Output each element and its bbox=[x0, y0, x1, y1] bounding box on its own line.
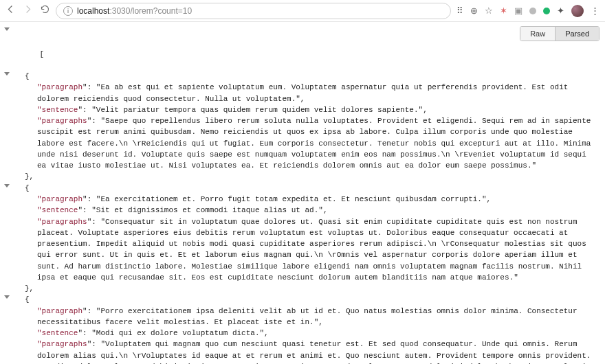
json-string-value: Porro exercitationem ipsa deleniti velit… bbox=[37, 307, 582, 326]
disclosure-triangle-icon[interactable] bbox=[4, 27, 10, 31]
object-close: }, bbox=[12, 171, 598, 182]
json-viewer: Raw Parsed [ {paragraphEa ab est qui et … bbox=[0, 22, 605, 364]
url-path: :3030/lorem?count=10 bbox=[109, 6, 192, 16]
json-property: paragraphsConsequatur sit in voluptatum … bbox=[12, 216, 598, 284]
disclosure-triangle-icon[interactable] bbox=[4, 295, 10, 299]
browser-toolbar: i localhost:3030/lorem?count=10 ⠿ ⊕ ☆ ✶ … bbox=[0, 0, 605, 22]
json-tree: [ {paragraphEa ab est qui et sapiente vo… bbox=[3, 26, 602, 364]
object-open[interactable]: { bbox=[12, 71, 598, 82]
json-string-value: Voluptatem qui magnam quo cum nesciunt q… bbox=[37, 340, 600, 364]
address-bar[interactable]: i localhost:3030/lorem?count=10 bbox=[56, 3, 451, 19]
json-property: paragraphsSaepe quo repellendus libero r… bbox=[12, 115, 598, 171]
json-string-value: Ea ab est qui et sapiente voluptatum eum… bbox=[37, 83, 573, 102]
json-key: paragraph bbox=[37, 195, 96, 203]
profile-avatar[interactable] bbox=[571, 5, 584, 17]
json-key: sentence bbox=[37, 206, 91, 214]
object-open[interactable]: { bbox=[12, 294, 598, 305]
json-key: paragraphs bbox=[37, 218, 100, 226]
json-property: sentenceSit et dignissimos et commodi it… bbox=[12, 205, 598, 216]
json-key: paragraph bbox=[37, 307, 96, 315]
array-open[interactable]: [ bbox=[12, 26, 598, 71]
json-property: paragraphPorro exercitationem ipsa delen… bbox=[12, 306, 598, 328]
json-key: paragraph bbox=[37, 83, 96, 91]
nav-buttons bbox=[6, 4, 50, 17]
json-key: sentence bbox=[37, 329, 91, 337]
json-property: sentenceModi qui ex dolore voluptatum di… bbox=[12, 328, 598, 339]
reload-button[interactable] bbox=[40, 4, 50, 17]
back-button[interactable] bbox=[6, 4, 16, 17]
disclosure-triangle-icon[interactable] bbox=[4, 72, 10, 76]
ext-icon-1[interactable]: ✶ bbox=[500, 5, 507, 16]
extension-icons: ⠿ ⊕ ☆ ✶ ▣ ✦ ⋮ bbox=[456, 5, 600, 17]
disclosure-triangle-icon[interactable] bbox=[4, 184, 10, 187]
extensions-icon[interactable]: ✦ bbox=[557, 5, 564, 16]
json-property: sentenceVelit pariatur tempora quas quid… bbox=[12, 104, 598, 115]
json-key: paragraphs bbox=[37, 340, 100, 348]
zoom-icon[interactable]: ⊕ bbox=[470, 5, 478, 16]
json-property: paragraphsVoluptatem qui magnam quo cum … bbox=[12, 339, 598, 364]
json-string-value: Saepe quo repellendus libero rerum solut… bbox=[37, 117, 595, 170]
kebab-menu-icon[interactable]: ⋮ bbox=[591, 5, 600, 16]
json-property: paragraphEa exercitationem et. Porro fug… bbox=[12, 194, 598, 205]
object-close: }, bbox=[12, 283, 598, 294]
json-key: paragraphs bbox=[37, 117, 100, 125]
json-string-value: Velit pariatur tempora quas quidem rerum… bbox=[91, 106, 428, 114]
ext-icon-4[interactable] bbox=[543, 8, 550, 14]
json-key: sentence bbox=[37, 106, 91, 114]
translate-icon[interactable]: ⠿ bbox=[456, 5, 463, 16]
forward-button[interactable] bbox=[23, 4, 33, 17]
star-icon[interactable]: ☆ bbox=[485, 5, 493, 16]
json-string-value: Consequatur sit in voluptatum quae dolor… bbox=[37, 218, 591, 282]
json-property: paragraphEa ab est qui et sapiente volup… bbox=[12, 82, 598, 104]
url-text: localhost:3030/lorem?count=10 bbox=[77, 6, 192, 16]
object-open[interactable]: { bbox=[12, 183, 598, 194]
url-host: localhost bbox=[77, 6, 109, 16]
json-string-value: Ea exercitationem et. Porro fugit totam … bbox=[96, 195, 491, 203]
ext-icon-3[interactable] bbox=[529, 8, 536, 14]
json-string-value: Sit et dignissimos et commodi itaque ali… bbox=[91, 206, 327, 214]
json-string-value: Modi qui ex dolore voluptatum dicta. bbox=[91, 329, 268, 337]
ext-icon-2[interactable]: ▣ bbox=[514, 5, 522, 16]
site-info-icon[interactable]: i bbox=[63, 6, 73, 16]
